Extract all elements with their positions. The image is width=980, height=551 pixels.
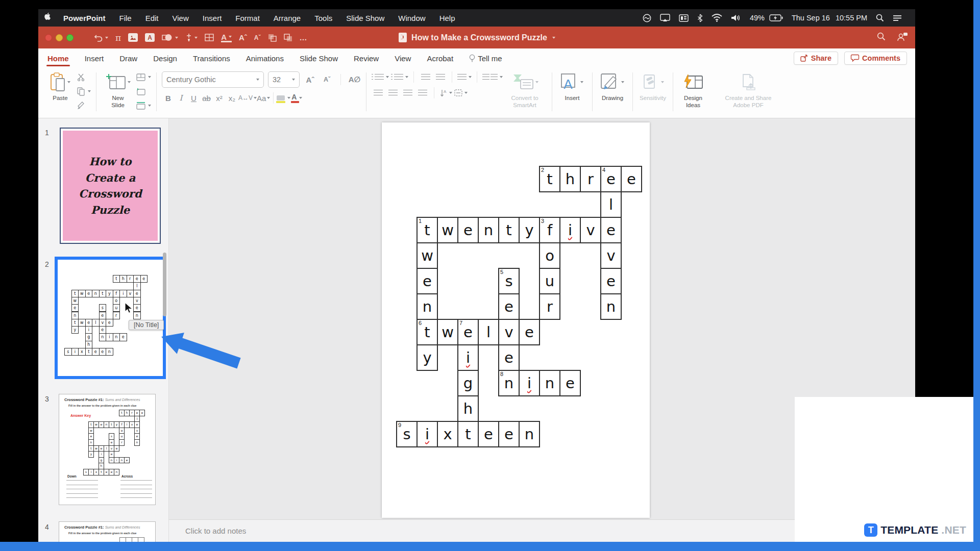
new-slide-button[interactable]: NewSlide: [102, 71, 134, 109]
current-slide[interactable]: t2hre4elt1wentyf3ivewoves5uenernt6we7lve…: [382, 122, 650, 518]
tab-slide-show[interactable]: Slide Show: [299, 51, 339, 66]
volume-icon[interactable]: [731, 14, 741, 22]
menubar-item-insert[interactable]: Insert: [203, 14, 222, 22]
crossword-cell-u[interactable]: u: [539, 268, 560, 294]
crossword-cell-h[interactable]: h: [559, 166, 581, 192]
increase-font-quick-icon[interactable]: Aˆ: [239, 33, 247, 42]
decrease-indent-button[interactable]: [419, 74, 432, 80]
increase-indent-button[interactable]: [434, 74, 447, 80]
title-chevron-icon[interactable]: [552, 37, 555, 39]
crossword-cell-t[interactable]: t: [457, 421, 479, 447]
screen-mirroring-icon[interactable]: [660, 14, 670, 22]
undo-button[interactable]: [94, 34, 108, 42]
menubar-item-arrange[interactable]: Arrange: [274, 14, 301, 22]
menubar-item-powerpoint[interactable]: PowerPoint: [63, 14, 106, 22]
align-right-button[interactable]: [401, 90, 414, 96]
wifi-icon[interactable]: [712, 14, 722, 22]
reset-slide-button[interactable]: [136, 86, 151, 97]
design-ideas-button[interactable]: DesignIdeas: [678, 71, 708, 109]
crossword-cell-w[interactable]: w: [437, 217, 458, 243]
siri-icon[interactable]: [643, 14, 651, 22]
bluetooth-icon[interactable]: [697, 14, 703, 22]
menubar-date[interactable]: Thu Sep 16: [792, 14, 830, 22]
multilevel-list-button[interactable]: [457, 74, 472, 80]
decrease-font-quick-icon[interactable]: Aˇ: [254, 34, 261, 41]
crossword-cell-x[interactable]: x: [437, 421, 458, 447]
crossword-cell-s[interactable]: s9: [396, 421, 418, 447]
crossword-cell-t[interactable]: t1: [416, 217, 438, 243]
menubar-item-view[interactable]: View: [173, 14, 189, 22]
increase-font-size-button[interactable]: Aˆ: [304, 76, 316, 84]
thumbnail-scrollbar[interactable]: [163, 253, 166, 316]
tab-draw[interactable]: Draw: [118, 51, 138, 66]
insert-text-button[interactable]: A Insert: [557, 71, 587, 102]
align-center-button[interactable]: [386, 90, 399, 96]
paste-button[interactable]: Paste: [45, 71, 75, 102]
crossword-cell-n[interactable]: n: [416, 293, 438, 320]
crossword-cell-e[interactable]: e: [519, 319, 540, 345]
bring-forward-icon[interactable]: [268, 34, 277, 42]
tab-design[interactable]: Design: [152, 51, 178, 66]
section-button[interactable]: [136, 100, 151, 111]
crossword-cell-e[interactable]: e: [600, 217, 622, 243]
battery-icon[interactable]: [769, 14, 783, 21]
send-backward-icon[interactable]: [284, 34, 292, 42]
character-spacing-button[interactable]: A↔V: [238, 94, 257, 102]
spotlight-search-icon[interactable]: [876, 14, 884, 22]
change-case-button[interactable]: Aa: [257, 94, 270, 103]
minimize-window-button[interactable]: [56, 34, 63, 41]
crossword-cell-e[interactable]: e: [498, 421, 520, 447]
font-color-button[interactable]: A: [290, 93, 303, 103]
crossword-cell-e[interactable]: e: [498, 344, 520, 371]
crossword-cell-i[interactable]: i: [519, 370, 540, 396]
comments-button[interactable]: Comments: [844, 52, 907, 65]
menubar-item-window[interactable]: Window: [398, 14, 425, 22]
crossword-cell-n[interactable]: n: [519, 421, 540, 447]
crossword-cell-e[interactable]: e: [416, 268, 438, 294]
presenter-coaching-icon[interactable]: [897, 32, 908, 43]
format-painter-button[interactable]: [77, 100, 91, 111]
crossword-cell-e[interactable]: e: [498, 293, 520, 320]
clear-formatting-button[interactable]: A∅: [348, 75, 361, 84]
input-source-icon[interactable]: [679, 14, 689, 22]
tab-review[interactable]: Review: [353, 51, 380, 66]
highlight-color-button[interactable]: [277, 95, 290, 101]
toolbar-overflow-icon[interactable]: …: [300, 33, 308, 42]
bold-button[interactable]: B: [162, 94, 175, 103]
crossword-cell-e[interactable]: e4: [600, 166, 622, 192]
document-title[interactable]: How to Make a Crowssword Puzzle: [411, 33, 547, 42]
subscript-button[interactable]: x₂: [226, 94, 238, 103]
crossword-cell-w[interactable]: w: [416, 242, 438, 269]
convert-smartart-button[interactable]: Convert toSmartArt: [503, 71, 547, 109]
menubar-item-help[interactable]: Help: [439, 14, 455, 22]
menubar-item-tools[interactable]: Tools: [314, 14, 332, 22]
crossword-cell-n[interactable]: n8: [498, 370, 520, 396]
decrease-font-size-button[interactable]: Aˇ: [321, 76, 333, 83]
tab-view[interactable]: View: [394, 51, 412, 66]
menubar-item-file[interactable]: File: [119, 14, 132, 22]
crossword-cell-r[interactable]: r: [580, 166, 601, 192]
text-direction-button[interactable]: A: [439, 89, 452, 97]
insert-picture-icon[interactable]: [128, 33, 138, 42]
crossword-cell-v[interactable]: v: [580, 217, 601, 243]
crossword-cell-g[interactable]: g: [457, 370, 479, 396]
slide-thumbnail-1[interactable]: How to Create a Crossword Puzzle: [60, 128, 161, 244]
strikethrough-button[interactable]: ab: [200, 94, 213, 103]
drawing-button[interactable]: Drawing: [598, 71, 627, 102]
text-box-icon[interactable]: A: [145, 33, 155, 42]
crossword-cell-n[interactable]: n: [478, 217, 499, 243]
crossword-cell-s[interactable]: s5: [498, 268, 520, 294]
crossword-cell-e[interactable]: e: [600, 268, 622, 294]
crossword-cell-l[interactable]: l: [478, 319, 499, 345]
crossword-cell-o[interactable]: o: [539, 242, 560, 269]
crossword-cell-e[interactable]: e: [478, 421, 499, 447]
crossword-cell-e[interactable]: e: [457, 217, 479, 243]
slide-thumbnail-4[interactable]: Crossword Puzzle #1: Sums and Difference…: [59, 521, 156, 542]
align-text-button[interactable]: [454, 89, 468, 96]
slide-thumbnail-3[interactable]: Crossword Puzzle #1: Sums and Difference…: [59, 394, 156, 505]
tab-home[interactable]: Home: [46, 51, 70, 66]
tab-tell-me[interactable]: Tell me: [468, 51, 503, 66]
table-icon[interactable]: [205, 34, 214, 41]
cut-button[interactable]: [77, 71, 91, 83]
equation-icon[interactable]: π: [115, 33, 121, 43]
